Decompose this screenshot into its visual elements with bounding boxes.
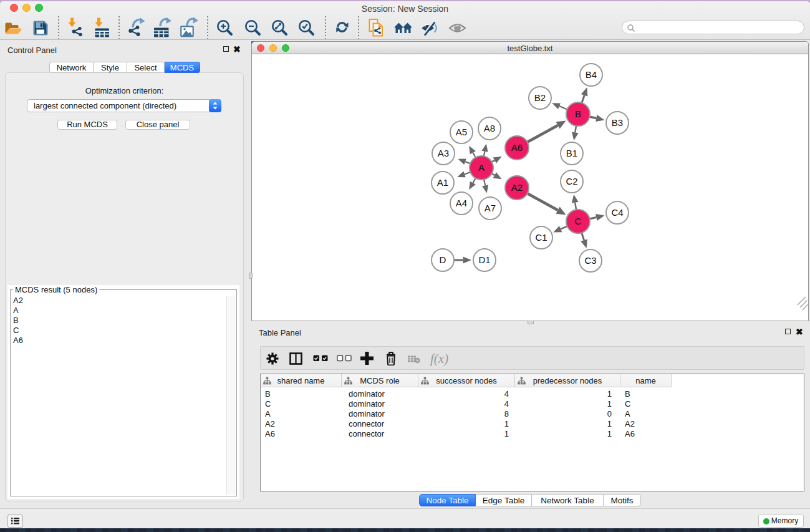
- svg-text:A4: A4: [456, 198, 467, 208]
- svg-text:A3: A3: [438, 148, 449, 158]
- svg-text:A5: A5: [456, 127, 467, 137]
- svg-text:A: A: [478, 162, 485, 173]
- svg-text:A8: A8: [484, 123, 495, 133]
- svg-text:f(x): f(x): [430, 351, 448, 366]
- svg-text:C2: C2: [566, 176, 577, 186]
- svg-text:B1: B1: [566, 148, 577, 158]
- svg-text:D1: D1: [478, 254, 490, 265]
- svg-text:B2: B2: [534, 92, 546, 103]
- svg-text:A6: A6: [511, 142, 523, 153]
- svg-text:B3: B3: [612, 117, 623, 128]
- svg-text:A7: A7: [485, 203, 496, 213]
- svg-text:C4: C4: [611, 207, 623, 218]
- svg-text:C3: C3: [584, 255, 596, 266]
- svg-text:B: B: [575, 109, 581, 119]
- svg-text:A1: A1: [437, 177, 448, 188]
- svg-text:C: C: [575, 216, 582, 226]
- svg-text:B4: B4: [586, 69, 597, 80]
- svg-text:A2: A2: [511, 182, 523, 193]
- svg-text:D: D: [440, 254, 446, 265]
- svg-text:C1: C1: [535, 232, 547, 243]
